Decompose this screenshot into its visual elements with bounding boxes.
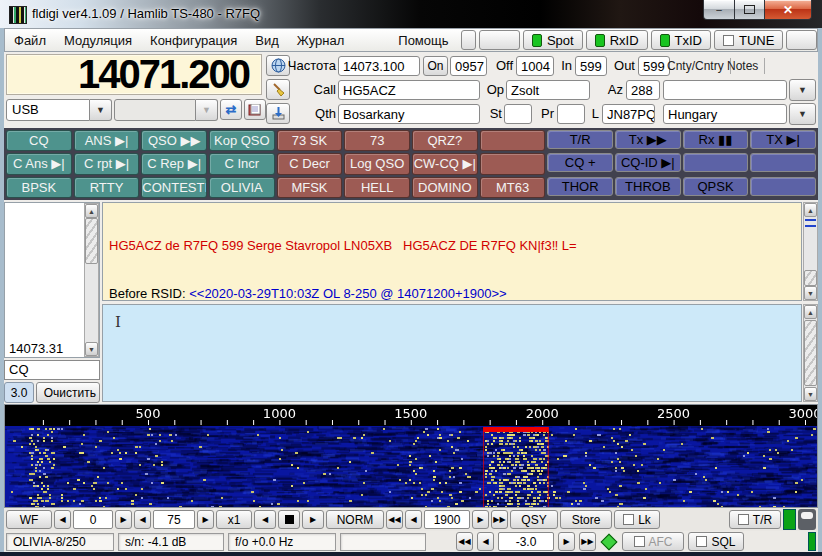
tab-notes[interactable]: Notes [725,58,765,74]
county-dropdown-button[interactable]: ▼ [789,79,816,101]
macro-button-2-1[interactable]: RTTY [74,177,140,198]
macro-button-1-4[interactable]: C Decr [277,153,343,174]
norm-button[interactable]: NORM [326,510,384,529]
macro-button-0-6[interactable]: QRZ? [412,130,478,151]
time-off-input[interactable]: 1004 [516,56,554,76]
pr-input[interactable] [557,104,585,124]
macro-button-1-11[interactable] [750,153,816,172]
country-dropdown-button[interactable]: ▼ [789,103,816,125]
zoom-x1-button[interactable]: x1 [216,510,252,529]
menu-item-3[interactable]: Конфигурация [141,30,246,51]
frequency-display[interactable]: 14071.200 [6,54,262,95]
scroll-down-icon[interactable]: ▼ [85,342,98,356]
spot-toggle[interactable]: Spot [523,30,583,50]
wf-left-button[interactable]: ◀ [254,510,276,529]
menu-item-5[interactable]: Журнал [288,30,353,51]
maximize-button[interactable] [735,0,764,20]
offset-value[interactable]: -3.0 [498,532,554,551]
tune-toggle[interactable]: TUNE [714,30,783,50]
rx-channel-list[interactable]: 14073.31 ▲ ▼ [4,202,100,358]
tx-text-area[interactable]: I [102,304,802,402]
menu-item-1[interactable]: Файл [5,30,55,51]
carrier-incr2-button[interactable]: ▶▶ [491,510,508,529]
scroll-down-icon[interactable]: ▼ [804,286,817,300]
macro-button-0-1[interactable]: ANS ▶| [74,130,140,151]
carrier-decr-button[interactable]: ◀ [405,510,422,529]
sync-rig-button[interactable]: ⇄ [220,99,242,120]
macro-button-1-7[interactable] [480,153,546,174]
search-input[interactable]: CQ [4,360,100,380]
country-select[interactable]: Hungary [663,104,787,124]
macro-button-0-3[interactable]: Kop QSO [209,130,275,151]
rxid-toggle[interactable]: RxID [586,30,648,50]
carrier-decr2-button[interactable]: ◀◀ [386,510,403,529]
wf-right-button[interactable]: ▶ [302,510,324,529]
menu-item-4[interactable]: Вид [246,30,288,51]
logbook-button[interactable] [244,99,266,120]
rx-text-area[interactable]: HG5ACZ de R7FQ 599 Serge Stavropol LN05X… [102,202,802,301]
macro-button-0-10[interactable]: Rx ▮▮ [683,130,749,149]
time-on-button[interactable]: On [423,56,448,76]
macro-button-2-3[interactable]: OLIVIA [209,177,275,198]
macro-button-0-5[interactable]: 73 [344,130,410,151]
range-incr-button[interactable]: ▶ [197,510,214,529]
macro-button-1-3[interactable]: C Incr [209,153,275,174]
save-qso-button[interactable] [266,103,290,124]
mode-select[interactable]: USB▼ [6,99,112,121]
macro-button-1-6[interactable]: CW-CQ ▶| [412,153,478,174]
macro-button-0-9[interactable]: Tx ▶▶ [615,130,681,149]
macro-button-0-7[interactable] [480,130,546,151]
sql-toggle[interactable]: SQL [688,532,744,551]
macro-button-0-8[interactable]: T/R [547,130,613,149]
macro-button-2-0[interactable]: BPSK [6,177,72,198]
zoom-level-button[interactable]: 3.0 [4,382,34,403]
minimize-button[interactable]: – [703,0,735,20]
channel-list-scrollbar[interactable]: ▲ ▼ [84,203,99,357]
call-input[interactable]: HG5ACZ [338,80,480,100]
slider-handle[interactable] [801,512,813,519]
tr-toggle[interactable]: T/R [729,510,781,529]
bandwidth-select[interactable]: ▼ [114,99,218,121]
macro-button-1-8[interactable]: CQ + [547,153,613,172]
macro-button-2-10[interactable]: QPSK [683,177,749,196]
macro-button-1-9[interactable]: CQ-ID ▶| [615,153,681,172]
rst-in-input[interactable]: 599 [575,56,607,76]
macro-button-0-4[interactable]: 73 SK [277,130,343,151]
level-decr-button[interactable]: ◀ [54,510,71,529]
title-bar[interactable]: fldigi ver4.1.09 / Hamlib TS-480 - R7FQ … [0,0,822,28]
st-input[interactable] [504,104,532,124]
wf-mode-button[interactable]: WF [6,510,52,529]
macro-button-2-11[interactable] [750,177,816,196]
time-on-input[interactable]: 0957 [450,56,487,76]
clear-rx-button[interactable]: Очистить [36,382,100,403]
txid-toggle[interactable]: TxID [651,30,711,50]
scroll-up-icon[interactable]: ▲ [85,204,98,218]
freq-input[interactable]: 14073.100 [338,56,420,76]
macro-button-2-4[interactable]: MFSK [277,177,343,198]
qsy-button[interactable]: QSY [510,510,558,529]
range-value[interactable]: 75 [153,510,195,529]
macro-button-1-10[interactable] [683,153,749,172]
macro-button-1-5[interactable]: Log QSO [344,153,410,174]
macro-button-0-11[interactable]: TX ▶| [750,130,816,149]
macro-button-2-6[interactable]: DOMINO [412,177,478,198]
chevron-down-icon[interactable]: ▼ [90,99,112,121]
menu-item-2[interactable]: Модуляция [55,30,141,51]
offset-incr-button[interactable]: ▶ [558,532,575,551]
macro-button-2-2[interactable]: CONTESTIA [141,177,207,198]
lk-toggle[interactable]: Lk [614,510,660,529]
afc-toggle[interactable]: AFC [622,532,684,551]
scroll-down-icon[interactable]: ▼ [804,387,817,401]
menu-item-6[interactable]: Помощь [389,30,457,51]
locator-input[interactable]: JN87PQ [602,104,655,124]
carrier-value[interactable]: 1900 [424,510,470,529]
level-value[interactable]: 0 [73,510,113,529]
waterfall-canvas[interactable] [5,405,817,507]
wf-center-button[interactable] [278,510,300,529]
macro-button-1-0[interactable]: C Ans ▶| [6,153,72,174]
qth-input[interactable]: Bosarkany [338,104,480,124]
macro-button-0-2[interactable]: QSO ▶▶ [141,130,207,151]
macro-button-0-0[interactable]: CQ [6,130,72,151]
clear-fields-button[interactable] [266,79,290,100]
offset-decr2-button[interactable]: ◀◀ [456,532,473,551]
